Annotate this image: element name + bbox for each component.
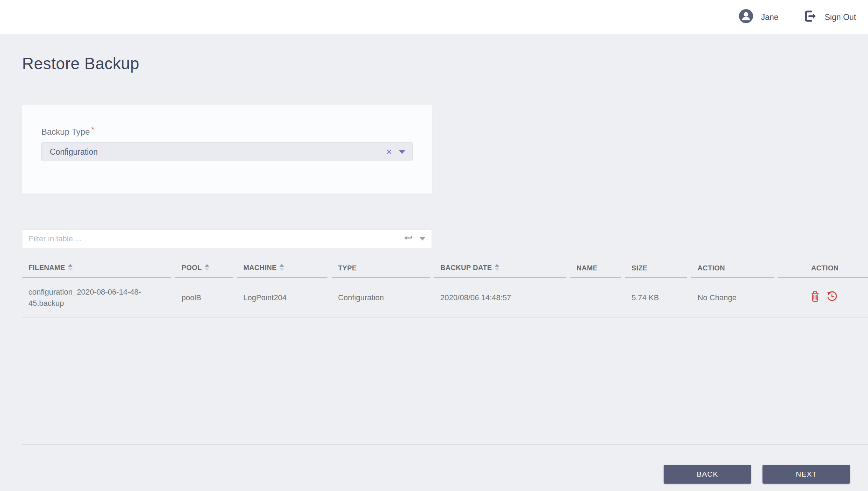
cell-backup-date: 2020/08/06 14:48:57 bbox=[434, 278, 570, 317]
cell-size: 5.74 KB bbox=[625, 278, 691, 317]
sign-out-icon bbox=[803, 9, 817, 25]
filter-dropdown-icon[interactable] bbox=[420, 237, 425, 241]
cell-type: Configuration bbox=[332, 278, 434, 317]
user-name-label: Jane bbox=[761, 13, 779, 22]
column-header-size: SIZE bbox=[625, 257, 691, 278]
column-header-action-icons: ACTION bbox=[778, 257, 868, 278]
sign-out-label: Sign Out bbox=[825, 13, 856, 22]
column-header-type: TYPE bbox=[332, 257, 434, 278]
top-bar: Jane Sign Out bbox=[0, 0, 868, 34]
restore-icon[interactable] bbox=[826, 291, 838, 305]
clear-selection-icon[interactable]: × bbox=[386, 147, 392, 157]
back-button[interactable]: BACK bbox=[664, 465, 751, 484]
backup-type-card: Backup Type* Configuration × bbox=[22, 105, 432, 194]
enter-key-icon[interactable] bbox=[404, 235, 413, 243]
next-button[interactable]: NEXT bbox=[762, 465, 850, 484]
cell-machine: LogPoint204 bbox=[237, 278, 332, 317]
column-header-machine[interactable]: MACHINE bbox=[237, 257, 332, 278]
sort-icon[interactable] bbox=[279, 264, 284, 273]
sort-icon[interactable] bbox=[495, 264, 499, 273]
table-filter-bar bbox=[22, 229, 432, 248]
page-title: Restore Backup bbox=[22, 54, 868, 73]
sort-icon[interactable] bbox=[205, 264, 209, 273]
filter-icons bbox=[404, 235, 425, 243]
user-menu[interactable]: Jane bbox=[739, 9, 779, 26]
cell-filename: configuration_2020-08-06-14-48-45.backup bbox=[22, 278, 175, 317]
cell-pool: poolB bbox=[175, 278, 237, 317]
column-header-name: NAME bbox=[570, 257, 625, 278]
column-header-action: ACTION bbox=[691, 257, 779, 278]
table-header-row: FILENAME POOL MACHINE TYPE BACKUP DATE N… bbox=[22, 257, 868, 278]
backup-type-selected-value: Configuration bbox=[50, 147, 386, 157]
cell-name bbox=[570, 278, 625, 317]
column-header-backup-date[interactable]: BACKUP DATE bbox=[434, 257, 570, 278]
required-marker: * bbox=[91, 125, 94, 134]
backups-table: FILENAME POOL MACHINE TYPE BACKUP DATE N… bbox=[22, 257, 868, 318]
backup-type-field: Backup Type* bbox=[41, 125, 413, 137]
sign-out-button[interactable]: Sign Out bbox=[803, 9, 856, 25]
cell-action-icons bbox=[778, 278, 868, 317]
column-header-filename[interactable]: FILENAME bbox=[22, 257, 175, 278]
footer-actions: BACK NEXT bbox=[0, 465, 850, 484]
cell-action: No Change bbox=[691, 278, 779, 317]
chevron-down-icon[interactable] bbox=[399, 150, 405, 154]
table-row[interactable]: configuration_2020-08-06-14-48-45.backup… bbox=[22, 278, 868, 317]
column-header-pool[interactable]: POOL bbox=[175, 257, 237, 278]
backup-type-label: Backup Type bbox=[41, 127, 90, 136]
sort-icon[interactable] bbox=[68, 264, 73, 273]
backup-type-select[interactable]: Configuration × bbox=[41, 142, 413, 161]
user-avatar-icon bbox=[739, 9, 753, 26]
filter-input[interactable] bbox=[23, 234, 404, 243]
main-content: Restore Backup Backup Type* Configuratio… bbox=[0, 54, 868, 484]
footer-divider bbox=[22, 444, 868, 445]
delete-icon[interactable] bbox=[810, 291, 820, 305]
